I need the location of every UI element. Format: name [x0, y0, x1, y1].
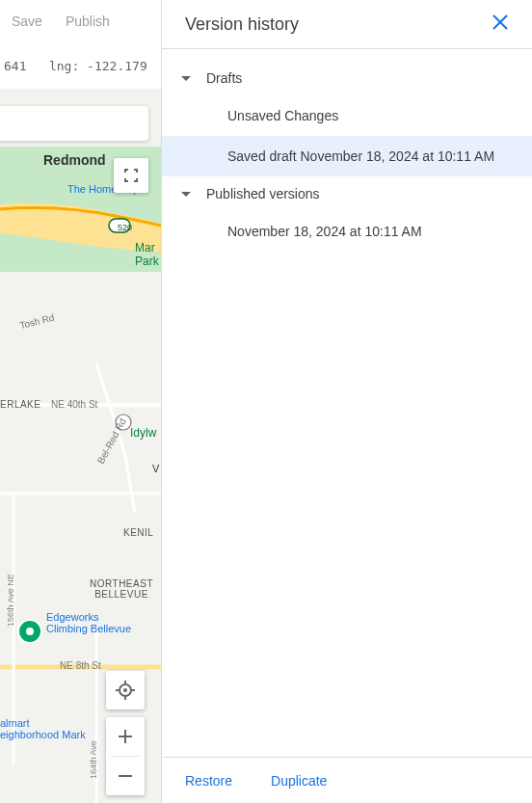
coords-readout: 641 lng: -122.179: [0, 42, 161, 89]
fullscreen-icon: [122, 167, 140, 184]
plus-icon: [118, 729, 133, 744]
lng-value: -122.179: [87, 59, 147, 73]
ne40-label: NE 40th St: [51, 399, 97, 410]
chevron-down-icon: [181, 192, 191, 197]
redmond-label: Redmond: [43, 152, 106, 168]
close-icon: [492, 13, 509, 31]
map-canvas[interactable]: 520 Redmond The Home Dep Mar Park Tosh R…: [0, 89, 161, 803]
panel-title: Version history: [185, 14, 299, 35]
kenil-label: KENIL: [123, 527, 153, 538]
search-input[interactable]: [0, 106, 148, 141]
route-520-label: 520: [118, 223, 132, 232]
save-button[interactable]: Save: [12, 13, 42, 29]
restore-button[interactable]: Restore: [185, 773, 232, 789]
panel-body: Drafts Unsaved Changes Saved draft Novem…: [162, 49, 532, 757]
drafts-section-header[interactable]: Drafts: [162, 61, 532, 95]
version-item-unsaved[interactable]: Unsaved Changes: [162, 95, 532, 136]
ave156-label: 156th Ave NE: [6, 574, 15, 627]
edgeworks-label: Edgeworks Climbing Bellevue: [46, 611, 131, 634]
zoom-in-button[interactable]: [106, 717, 145, 756]
panel-header: Version history: [162, 0, 532, 49]
toolbar: Save Publish: [0, 0, 161, 42]
gps-icon: [115, 680, 136, 701]
published-section-title: Published versions: [206, 186, 320, 201]
walmart-label: almart eighborhood Mark: [0, 717, 86, 740]
zoom-group: [106, 717, 145, 795]
minus-icon: [118, 768, 133, 784]
svg-point-11: [123, 688, 127, 692]
ne8-label: NE 8th St: [60, 660, 101, 671]
nebellevue-label: NORTHEAST BELLEVUE: [90, 578, 153, 600]
drafts-section-title: Drafts: [206, 70, 242, 86]
version-history-panel: Version history Drafts Unsaved Changes S…: [161, 0, 532, 803]
close-button[interactable]: [488, 10, 513, 39]
ave164-label: 164th Ave: [89, 740, 98, 779]
version-item-saved-draft[interactable]: Saved draft November 18, 2024 at 10:11 A…: [162, 136, 532, 176]
map-area: Save Publish 641 lng: -122.179 520 Redmo…: [0, 0, 161, 803]
erlake-label: ERLAKE: [0, 399, 40, 410]
map-controls: [106, 671, 145, 795]
vi-label: V: [152, 463, 159, 474]
map-marker[interactable]: [17, 619, 42, 644]
fullscreen-button[interactable]: [114, 158, 148, 193]
lng-label: lng:: [49, 59, 79, 73]
published-section-header[interactable]: Published versions: [162, 176, 532, 211]
publish-button[interactable]: Publish: [66, 13, 110, 29]
zoom-out-button[interactable]: [106, 757, 145, 795]
panel-footer: Restore Duplicate: [162, 757, 532, 803]
chevron-down-icon: [181, 76, 191, 81]
duplicate-button[interactable]: Duplicate: [271, 773, 327, 789]
version-item-published[interactable]: November 18, 2024 at 10:11 AM: [162, 211, 532, 252]
svg-point-9: [26, 628, 34, 635]
lat-value: 641: [4, 59, 26, 73]
idylw-label: Idylw: [130, 426, 156, 440]
marymoor-label: Mar Park: [135, 241, 159, 268]
gps-button[interactable]: [106, 671, 145, 709]
